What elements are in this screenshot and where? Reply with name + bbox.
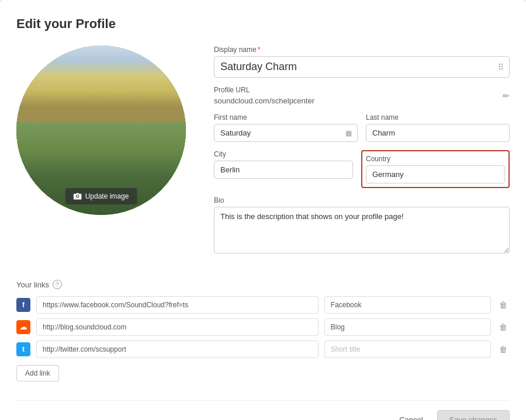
- bio-textarea[interactable]: [214, 207, 510, 254]
- twitter-url-input[interactable]: [36, 341, 319, 358]
- left-column: Update image: [16, 46, 198, 263]
- last-name-group: Last name: [366, 113, 510, 142]
- profile-url-text: soundcloud.com/schelpcenter: [214, 96, 314, 105]
- delete-facebook-button[interactable]: 🗑: [497, 298, 510, 312]
- first-name-wrapper: ▦: [214, 124, 358, 142]
- city-country-row: City Country: [214, 150, 510, 188]
- camera-icon: [74, 192, 82, 200]
- bio-group: Bio: [214, 196, 510, 255]
- facebook-url-input[interactable]: [36, 296, 319, 314]
- your-links-section: Your links ? f 🗑 ☁ 🗑 t 🗑 Add lin: [16, 280, 510, 381]
- delete-blog-button[interactable]: 🗑: [497, 320, 510, 334]
- display-name-wrapper: ⠿: [214, 56, 510, 78]
- facebook-title-input[interactable]: [324, 296, 491, 314]
- edit-url-icon[interactable]: ✏: [503, 91, 510, 100]
- display-name-group: Display name* ⠿: [214, 46, 510, 78]
- display-name-label: Display name*: [214, 46, 510, 54]
- soundcloud-icon: ☁: [16, 320, 30, 334]
- add-link-button[interactable]: Add link: [16, 365, 59, 381]
- avatar: Update image: [16, 46, 186, 215]
- twitter-title-input[interactable]: [324, 341, 491, 358]
- blog-title-input[interactable]: [324, 318, 491, 336]
- cancel-button[interactable]: Cancel: [392, 411, 430, 420]
- update-image-button[interactable]: Update image: [65, 188, 137, 204]
- first-name-label: First name: [214, 113, 358, 122]
- right-column: Display name* ⠿ Profile URL soundcloud.c…: [214, 46, 510, 263]
- grid-icon[interactable]: ⠿: [498, 63, 504, 72]
- help-icon[interactable]: ?: [53, 280, 62, 289]
- main-content: Update image Display name* ⠿ Profile URL: [16, 46, 510, 263]
- link-row-twitter: t 🗑: [16, 341, 510, 358]
- your-links-header: Your links ?: [16, 280, 510, 289]
- first-name-input[interactable]: [214, 124, 358, 142]
- twitter-icon: t: [16, 342, 30, 356]
- first-name-group: First name ▦: [214, 113, 358, 142]
- profile-url-row: Profile URL soundcloud.com/schelpcenter …: [214, 86, 510, 105]
- edit-profile-dialog: Edit your Profile Update image Display n…: [0, 0, 526, 420]
- your-links-label: Your links: [16, 280, 49, 289]
- display-name-input[interactable]: [214, 56, 510, 78]
- city-label: City: [214, 150, 353, 158]
- city-group: City: [214, 150, 353, 188]
- name-row: First name ▦ Last name: [214, 113, 510, 142]
- city-input[interactable]: [214, 161, 353, 179]
- facebook-icon: f: [16, 298, 30, 312]
- country-group: Country: [361, 150, 510, 188]
- country-label: Country: [366, 155, 505, 163]
- bio-label: Bio: [214, 196, 510, 204]
- last-name-input[interactable]: [366, 124, 510, 142]
- country-input[interactable]: [366, 165, 505, 183]
- name-fill-icon[interactable]: ▦: [345, 129, 352, 137]
- required-indicator: *: [258, 46, 261, 54]
- save-button[interactable]: Save changes: [437, 410, 510, 420]
- blog-url-input[interactable]: [36, 318, 319, 336]
- profile-url-info: Profile URL soundcloud.com/schelpcenter: [214, 86, 314, 105]
- link-row-facebook: f 🗑: [16, 296, 510, 314]
- last-name-label: Last name: [366, 113, 510, 122]
- link-row-blog: ☁ 🗑: [16, 318, 510, 336]
- delete-twitter-button[interactable]: 🗑: [497, 342, 510, 356]
- page-title: Edit your Profile: [16, 16, 510, 32]
- dialog-footer: Cancel Save changes: [16, 400, 510, 420]
